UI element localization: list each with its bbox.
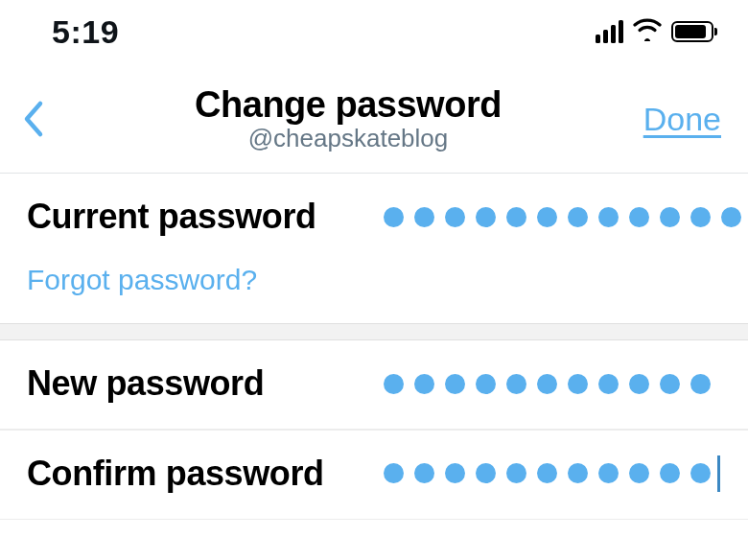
password-mask-dot bbox=[506, 374, 526, 394]
password-mask-dot bbox=[690, 207, 711, 227]
password-mask-dot bbox=[537, 207, 557, 227]
password-mask-dot bbox=[568, 463, 588, 483]
password-mask-dot bbox=[598, 463, 619, 483]
password-mask-dot bbox=[445, 207, 465, 227]
password-mask-dot bbox=[414, 463, 434, 483]
password-mask-dot bbox=[414, 374, 434, 394]
password-mask-dot bbox=[629, 207, 649, 227]
password-mask-dot bbox=[721, 207, 741, 227]
password-mask-dot bbox=[414, 207, 434, 227]
page-header: Change password @cheapskateblog Done bbox=[0, 59, 748, 174]
battery-icon bbox=[671, 21, 713, 42]
current-password-input[interactable] bbox=[384, 207, 741, 227]
back-button[interactable] bbox=[23, 100, 81, 138]
password-mask-dot bbox=[384, 207, 404, 227]
password-mask-dot bbox=[629, 374, 649, 394]
password-mask-dot bbox=[476, 207, 496, 227]
password-mask-dot bbox=[445, 463, 465, 483]
new-password-label: New password bbox=[27, 363, 362, 404]
section-divider bbox=[0, 323, 748, 340]
current-password-label: Current password bbox=[27, 197, 362, 237]
page-title: Change password bbox=[195, 84, 502, 126]
cellular-signal-icon bbox=[596, 20, 623, 43]
password-mask-dot bbox=[690, 463, 711, 483]
password-mask-dot bbox=[384, 463, 404, 483]
password-mask-dot bbox=[568, 207, 588, 227]
password-mask-dot bbox=[537, 374, 557, 394]
forgot-password-link[interactable]: Forgot password? bbox=[27, 264, 257, 295]
wifi-icon bbox=[633, 18, 662, 45]
text-caret bbox=[717, 455, 720, 492]
status-time: 5:19 bbox=[52, 13, 119, 51]
password-mask-dot bbox=[476, 374, 496, 394]
password-mask-dot bbox=[506, 207, 526, 227]
password-mask-dot bbox=[660, 207, 680, 227]
password-mask-dot bbox=[476, 463, 496, 483]
password-mask-dot bbox=[660, 463, 680, 483]
password-mask-dot bbox=[598, 207, 619, 227]
password-mask-dot bbox=[598, 374, 619, 394]
status-indicators bbox=[596, 18, 713, 45]
done-button[interactable]: Done bbox=[616, 101, 721, 138]
password-mask-dot bbox=[537, 463, 557, 483]
password-mask-dot bbox=[629, 463, 649, 483]
password-mask-dot bbox=[506, 463, 526, 483]
confirm-password-label: Confirm password bbox=[27, 454, 362, 494]
confirm-password-input[interactable] bbox=[384, 455, 720, 492]
chevron-left-icon bbox=[23, 100, 46, 138]
password-mask-dot bbox=[568, 374, 588, 394]
password-mask-dot bbox=[660, 374, 680, 394]
status-bar: 5:19 bbox=[0, 0, 748, 59]
password-mask-dot bbox=[690, 374, 711, 394]
password-mask-dot bbox=[384, 374, 404, 394]
new-password-input[interactable] bbox=[384, 374, 711, 394]
current-password-row[interactable]: Current password bbox=[0, 174, 748, 262]
new-password-row[interactable]: New password bbox=[0, 340, 748, 429]
user-handle: @cheapskateblog bbox=[248, 124, 449, 153]
password-mask-dot bbox=[445, 374, 465, 394]
confirm-password-row[interactable]: Confirm password bbox=[0, 431, 748, 519]
